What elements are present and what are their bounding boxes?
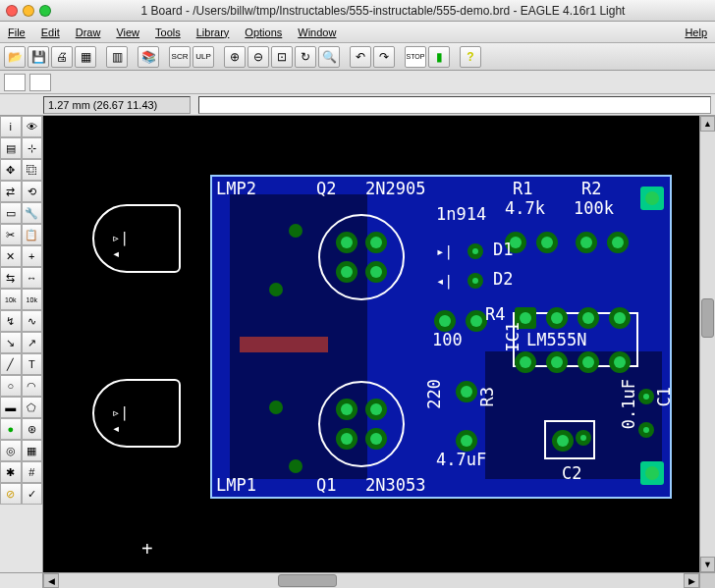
label-r3num: 220 xyxy=(424,379,444,409)
drc-tool[interactable]: ✓ xyxy=(22,483,43,505)
horizontal-scrollbar[interactable]: ◀ ▶ xyxy=(43,573,715,588)
scroll-down-icon[interactable]: ▼ xyxy=(700,557,715,572)
ratsnest-tool[interactable]: ✱ xyxy=(0,461,22,483)
label-q2val: 2N2905 xyxy=(365,179,425,198)
library-use-button[interactable]: 📚 xyxy=(138,46,159,68)
info-tool[interactable]: i xyxy=(0,116,22,137)
redo-button[interactable]: ↷ xyxy=(373,46,395,68)
signal-tool[interactable]: ⊛ xyxy=(22,418,43,440)
menu-edit[interactable]: Edit xyxy=(41,27,60,38)
command-input[interactable] xyxy=(198,96,711,114)
coord-readout: 1.27 mm (26.67 11.43) xyxy=(43,96,191,114)
pinswap-tool[interactable]: ⇆ xyxy=(0,267,22,289)
label-r1: R1 xyxy=(513,179,532,198)
zoom-icon[interactable] xyxy=(39,5,51,17)
label-ic1: IC1 xyxy=(503,322,522,352)
param-angle[interactable] xyxy=(4,74,26,91)
label-r2: R2 xyxy=(581,179,601,198)
layers-tool[interactable]: ▤ xyxy=(0,137,22,159)
open-button[interactable]: 📂 xyxy=(4,46,26,68)
ulp-button[interactable]: ULP xyxy=(192,46,214,68)
replace-tool[interactable]: ↔ xyxy=(22,267,43,289)
bottom-trace xyxy=(240,337,328,352)
board-button[interactable]: ▥ xyxy=(106,46,128,68)
help-button[interactable]: ? xyxy=(460,46,481,68)
label-c1val: 0.1uF xyxy=(619,379,638,429)
menu-library[interactable]: Library xyxy=(196,27,230,38)
board-canvas[interactable]: ▸| ◂| LMP2 xyxy=(43,116,699,572)
stop-button[interactable]: STOP xyxy=(405,46,426,68)
zoom-fit-button[interactable]: ⊡ xyxy=(271,46,293,68)
show-tool[interactable]: 👁 xyxy=(22,116,43,137)
label-c1: C1 xyxy=(654,387,674,406)
zoom-out-button[interactable]: ⊖ xyxy=(248,46,269,68)
polygon-tool[interactable]: ⬠ xyxy=(22,397,43,418)
script-button[interactable]: SCR xyxy=(169,46,191,68)
canvas-area: ▸| ◂| LMP2 xyxy=(43,116,715,572)
delete-tool[interactable]: ✕ xyxy=(0,245,22,267)
label-c2: C2 xyxy=(562,463,581,483)
vertical-scrollbar[interactable]: ▲ ▼ xyxy=(699,116,715,572)
text-tool[interactable]: T xyxy=(22,353,43,375)
menu-tools[interactable]: Tools xyxy=(155,27,181,38)
menu-draw[interactable]: Draw xyxy=(76,27,101,38)
paste-tool[interactable]: 📋 xyxy=(22,224,43,245)
label-q2: Q2 xyxy=(316,179,336,198)
menu-file[interactable]: File xyxy=(8,27,26,38)
close-icon[interactable] xyxy=(6,5,18,17)
wire-tool[interactable]: ╱ xyxy=(0,353,22,375)
scroll-up-icon[interactable]: ▲ xyxy=(700,116,715,132)
move-tool[interactable]: ✥ xyxy=(0,159,22,181)
split-tool[interactable]: ↯ xyxy=(0,310,22,332)
menubar: File Edit Draw View Tools Library Option… xyxy=(0,22,715,43)
scroll-left-icon[interactable]: ◀ xyxy=(43,573,59,588)
rotate-tool[interactable]: ⟲ xyxy=(22,181,43,202)
undo-button[interactable]: ↶ xyxy=(350,46,371,68)
smash-tool[interactable]: 10k xyxy=(22,289,43,310)
copy-tool[interactable]: ⿻ xyxy=(22,159,43,181)
mirror-tool[interactable]: ⇄ xyxy=(0,181,22,202)
pcb-board: ▸| ◂| LMP2 xyxy=(210,175,672,499)
erc-tool[interactable]: ⊘ xyxy=(0,483,22,505)
menu-view[interactable]: View xyxy=(116,27,139,38)
titlebar: 1 Board - /Users/billw/tmp/Instructables… xyxy=(0,0,715,22)
zoom-in-button[interactable]: ⊕ xyxy=(224,46,246,68)
auto-tool[interactable]: # xyxy=(22,461,43,483)
label-r3val: 4.7uF xyxy=(436,450,486,469)
resize-corner[interactable] xyxy=(699,573,715,588)
cam-button[interactable]: ▦ xyxy=(75,46,96,68)
via-tool[interactable]: ● xyxy=(0,418,22,440)
go-button[interactable]: ▮ xyxy=(428,46,450,68)
attribute-tool[interactable]: ▦ xyxy=(22,440,43,461)
window-title: 1 Board - /Users/billw/tmp/Instructables… xyxy=(57,4,709,18)
scroll-right-icon[interactable]: ▶ xyxy=(684,573,699,588)
add-tool[interactable]: + xyxy=(22,245,43,267)
mark-tool[interactable]: ⊹ xyxy=(22,137,43,159)
save-button[interactable]: 💾 xyxy=(28,46,49,68)
rect-tool[interactable]: ▬ xyxy=(0,397,22,418)
param-mirror[interactable] xyxy=(29,74,51,91)
ripup-tool[interactable]: ↗ xyxy=(22,332,43,353)
route-tool[interactable]: ↘ xyxy=(0,332,22,353)
menu-window[interactable]: Window xyxy=(298,27,336,38)
label-d2: D2 xyxy=(493,269,513,289)
circle-tool[interactable]: ○ xyxy=(0,375,22,397)
optimize-tool[interactable]: ∿ xyxy=(22,310,43,332)
arc-tool[interactable]: ◠ xyxy=(22,375,43,397)
param-toolbar xyxy=(0,71,715,94)
hscroll-thumb[interactable] xyxy=(278,574,337,587)
group-tool[interactable]: ▭ xyxy=(0,202,22,224)
label-d1val: 1n914 xyxy=(436,204,486,224)
lock-tool[interactable]: 10k xyxy=(0,289,22,310)
hole-tool[interactable]: ◎ xyxy=(0,440,22,461)
change-tool[interactable]: 🔧 xyxy=(22,202,43,224)
cut-tool[interactable]: ✂ xyxy=(0,224,22,245)
zoom-redraw-button[interactable]: ↻ xyxy=(295,46,316,68)
menu-help[interactable]: Help xyxy=(685,27,707,38)
vscroll-thumb[interactable] xyxy=(701,298,714,338)
label-q1val: 2N3053 xyxy=(365,475,425,495)
zoom-select-button[interactable]: 🔍 xyxy=(318,46,340,68)
menu-options[interactable]: Options xyxy=(245,27,282,38)
minimize-icon[interactable] xyxy=(23,5,34,17)
print-button[interactable]: 🖨 xyxy=(51,46,73,68)
